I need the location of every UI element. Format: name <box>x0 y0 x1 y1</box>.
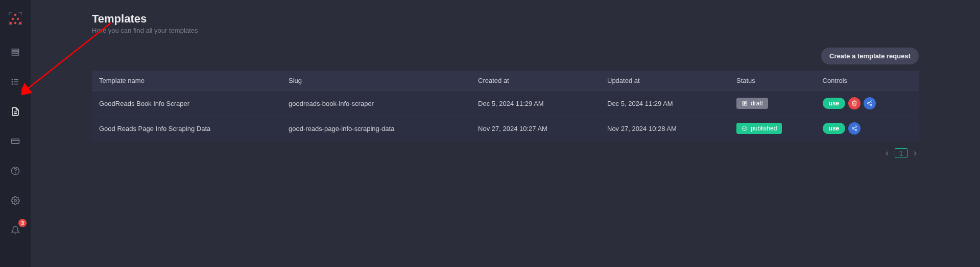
svg-point-28 <box>871 104 872 106</box>
create-template-request-button[interactable]: Create a template request <box>821 48 919 64</box>
svg-point-5 <box>19 22 21 24</box>
svg-point-4 <box>14 22 16 24</box>
action-row: Create a template request <box>92 48 919 64</box>
cell-name: GoodReads Book Info Scraper <box>92 91 281 116</box>
pagination-current[interactable]: 1 <box>895 148 907 158</box>
svg-line-30 <box>869 104 871 105</box>
cell-created: Dec 5, 2024 11:29 AM <box>471 91 600 116</box>
cell-updated: Nov 27, 2024 10:28 AM <box>600 116 729 141</box>
svg-line-29 <box>869 102 871 103</box>
cell-status: published <box>729 116 816 141</box>
page-title: Templates <box>92 12 919 26</box>
cell-status: draft <box>729 91 816 116</box>
status-badge: draft <box>736 98 768 109</box>
svg-point-13 <box>12 81 13 82</box>
svg-point-3 <box>10 22 12 24</box>
svg-line-36 <box>854 129 856 130</box>
svg-rect-6 <box>12 49 19 51</box>
delete-button[interactable] <box>848 97 861 109</box>
cell-slug: goodreads-book-info-scraper <box>281 91 471 116</box>
table-row: GoodReads Book Info Scrapergoodreads-boo… <box>92 91 919 116</box>
svg-point-20 <box>15 172 16 173</box>
notification-badge: 3 <box>18 219 27 227</box>
cell-updated: Dec 5, 2024 11:29 AM <box>600 91 729 116</box>
sidebar: 3 <box>0 0 31 267</box>
col-created: Created at <box>471 71 600 91</box>
page-subtitle: Here you can find all your templates <box>92 27 919 34</box>
templates-table-wrap: Template name Slug Created at Updated at… <box>92 71 919 141</box>
svg-point-12 <box>12 79 13 80</box>
share-button[interactable] <box>864 97 876 109</box>
nav-billing-icon[interactable] <box>6 132 25 150</box>
svg-rect-17 <box>12 139 19 144</box>
svg-line-35 <box>854 127 856 128</box>
col-slug: Slug <box>281 71 471 91</box>
pagination-prev[interactable] <box>883 150 891 157</box>
page-header: Templates Here you can find all your tem… <box>92 12 919 34</box>
nav-servers-icon[interactable] <box>6 43 25 61</box>
svg-point-31 <box>742 126 747 131</box>
nav-notifications-icon[interactable]: 3 <box>6 221 25 239</box>
use-button[interactable]: use <box>823 123 846 134</box>
svg-rect-7 <box>12 52 19 53</box>
templates-table: Template name Slug Created at Updated at… <box>92 71 919 141</box>
main-content: Templates Here you can find all your tem… <box>31 0 980 267</box>
app-logo[interactable] <box>7 10 23 27</box>
use-button[interactable]: use <box>823 98 846 109</box>
svg-rect-8 <box>12 54 19 55</box>
nav-templates-icon[interactable] <box>6 102 25 121</box>
cell-controls: use <box>816 116 919 141</box>
pagination-next[interactable] <box>912 150 919 157</box>
col-controls: Controls <box>816 71 919 91</box>
svg-point-1 <box>12 18 14 20</box>
svg-point-27 <box>868 103 869 104</box>
svg-point-14 <box>12 84 13 85</box>
share-button[interactable] <box>848 122 861 135</box>
table-row: Good Reads Page Info Scraping Datagood-r… <box>92 116 919 141</box>
col-name: Template name <box>92 71 281 91</box>
cell-created: Nov 27, 2024 10:27 AM <box>471 116 600 141</box>
svg-point-33 <box>852 128 854 129</box>
col-updated: Updated at <box>600 71 729 91</box>
svg-point-26 <box>871 101 872 102</box>
status-badge: published <box>736 123 782 134</box>
cell-name: Good Reads Page Info Scraping Data <box>92 116 281 141</box>
svg-point-21 <box>14 199 17 202</box>
pagination: 1 <box>92 148 919 158</box>
nav-list-icon[interactable] <box>6 73 25 91</box>
svg-point-32 <box>855 126 857 127</box>
cell-slug: good-reads-page-info-scraping-data <box>281 116 471 141</box>
svg-point-0 <box>14 14 16 16</box>
svg-point-2 <box>17 18 19 20</box>
nav-settings-icon[interactable] <box>6 191 25 210</box>
svg-point-34 <box>855 129 857 131</box>
col-status: Status <box>729 71 816 91</box>
nav-help-icon[interactable] <box>6 162 25 180</box>
cell-controls: use <box>816 91 919 116</box>
